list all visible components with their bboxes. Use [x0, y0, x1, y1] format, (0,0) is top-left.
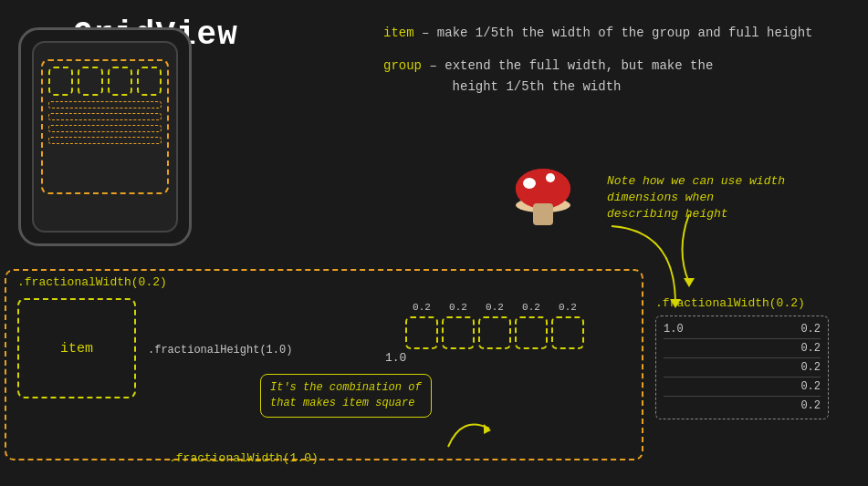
mini-item-1: [405, 316, 438, 349]
mini-label-2: 0.2: [442, 302, 475, 313]
bottom-container: .fractionalWidth(0.2) item .fractionalHe…: [5, 269, 643, 460]
mini-item-2: [442, 316, 475, 349]
svg-marker-10: [484, 424, 491, 434]
mini-labels-row: 0.2 0.2 0.2 0.2 0.2: [405, 302, 584, 313]
separator-line: [48, 101, 162, 109]
item-box: [78, 67, 102, 96]
mini-label-3: 0.2: [478, 302, 511, 313]
mini-label-1: 0.2: [405, 302, 438, 313]
item-keyword: item: [383, 26, 414, 40]
inner-item-box: item: [17, 298, 136, 398]
mini-item-5: [551, 316, 584, 349]
group-container: [41, 59, 169, 194]
mini-label-4: 0.2: [515, 302, 548, 313]
fractional-width-label: .fractionalWidth(0.2): [17, 275, 167, 289]
description-text: item – make 1/5th the width of the group…: [383, 23, 859, 109]
one-label: 1.0: [385, 351, 406, 365]
rp-row-2: 0.2: [664, 339, 821, 358]
rp-right-4: 0.2: [800, 380, 821, 393]
item-text-label: item: [60, 341, 93, 357]
mini-items-row: [405, 316, 584, 349]
svg-point-5: [516, 169, 570, 209]
phone-mockup: [18, 27, 192, 246]
group-keyword: group: [383, 58, 422, 73]
bottom-fw-label: .fractionalWidth(1.0): [169, 451, 319, 465]
separator-line: [48, 137, 162, 144]
combo-note-text: It's the combination ofthat makes item s…: [270, 381, 422, 409]
item-box: [137, 67, 162, 96]
item-desc: make 1/5th the width of the group and fu…: [437, 26, 813, 40]
svg-marker-11: [670, 299, 681, 308]
rp-right-5: 0.2: [800, 399, 821, 412]
rp-row-3: 0.2: [664, 358, 821, 377]
combo-note: It's the combination ofthat makes item s…: [260, 374, 432, 418]
rp-row-5: 0.2: [664, 397, 821, 415]
mini-item-3: [478, 316, 511, 349]
separator-line: [48, 125, 162, 132]
item-box: [108, 67, 132, 96]
right-panel: .fractionalWidth(0.2) 1.0 0.2 0.2 0.2 0.…: [655, 296, 863, 419]
rp-fw-label: .fractionalWidth(0.2): [655, 296, 863, 310]
svg-point-7: [546, 173, 555, 182]
combo-arrow-icon: [444, 410, 498, 456]
rp-table: 1.0 0.2 0.2 0.2 0.2 0.2: [655, 315, 829, 419]
fractional-height-label: .fractionalHeight(1.0): [148, 344, 292, 357]
svg-marker-9: [684, 278, 695, 287]
items-row: [48, 67, 162, 96]
rp-right-3: 0.2: [800, 361, 821, 374]
item-dash: –: [422, 26, 437, 40]
separator-line: [48, 113, 162, 120]
rp-right-1: 0.2: [800, 323, 821, 336]
svg-point-6: [523, 178, 536, 189]
item-description: item – make 1/5th the width of the group…: [383, 23, 859, 43]
item-box: [48, 67, 73, 96]
mushroom-illustration: [511, 160, 575, 233]
phone-inner: [32, 41, 178, 233]
mini-item-4: [515, 316, 548, 349]
mini-label-5: 0.2: [551, 302, 584, 313]
rp-row-4: 0.2: [664, 377, 821, 397]
note-to-panel-arrow-icon: [602, 222, 685, 313]
svg-rect-8: [533, 203, 553, 225]
rp-row-1: 1.0 0.2: [664, 320, 821, 339]
rp-left-1: 1.0: [664, 323, 684, 336]
group-description: group – extend the full width, but make …: [383, 56, 859, 97]
rp-right-2: 0.2: [800, 342, 821, 355]
group-dash: –: [429, 58, 444, 73]
